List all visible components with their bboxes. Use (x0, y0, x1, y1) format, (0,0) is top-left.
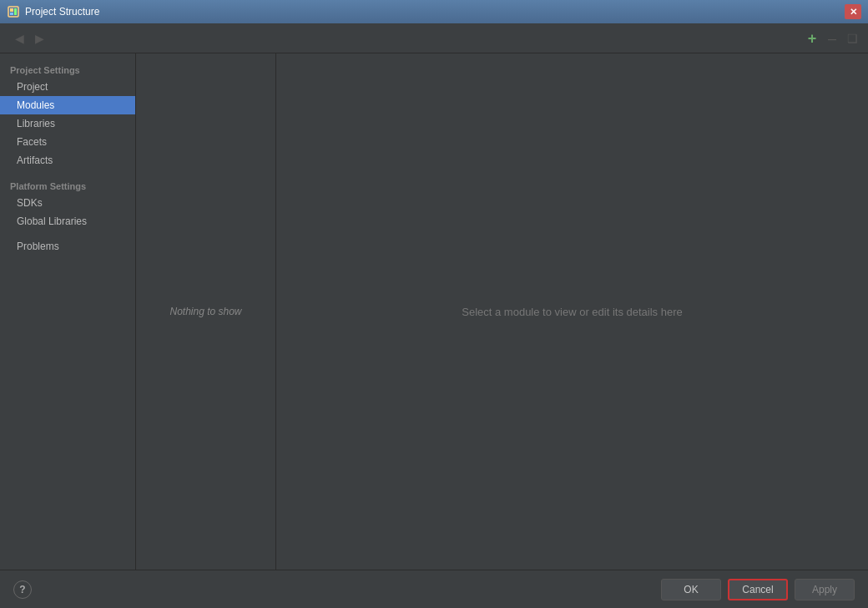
sidebar-item-project[interactable]: Project (0, 78, 135, 96)
sidebar-item-libraries[interactable]: Libraries (0, 114, 135, 133)
sidebar-item-sdks[interactable]: SDKs (0, 194, 135, 212)
svg-rect-1 (10, 8, 13, 12)
apply-button[interactable]: Apply (795, 579, 855, 600)
project-settings-label: Project Settings (0, 60, 135, 78)
sidebar-item-artifacts[interactable]: Artifacts (0, 151, 135, 170)
platform-settings-label: Platform Settings (0, 176, 135, 194)
help-button[interactable]: ? (13, 580, 32, 599)
add-module-button[interactable]: + (803, 29, 821, 48)
ok-button[interactable]: OK (661, 579, 721, 600)
app-icon (7, 5, 20, 18)
copy-module-button[interactable]: ❑ (843, 29, 861, 48)
nav-arrows: ◀ ▶ (7, 29, 48, 48)
sidebar-item-problems[interactable]: Problems (0, 237, 135, 256)
content-area: Project Settings Project Modules Librari… (0, 53, 868, 570)
nothing-to-show-label: Nothing to show (169, 306, 241, 317)
detail-panel: Select a module to view or edit its deta… (276, 53, 868, 570)
svg-rect-3 (14, 8, 17, 15)
bottom-bar: ? OK Cancel Apply (0, 570, 868, 608)
remove-module-button[interactable]: – (823, 29, 841, 48)
sidebar-item-modules[interactable]: Modules (0, 96, 135, 114)
svg-rect-2 (10, 13, 13, 15)
sidebar: Project Settings Project Modules Librari… (0, 53, 136, 570)
top-toolbar: ◀ ▶ + – ❑ (0, 23, 868, 53)
sidebar-separator-2 (0, 231, 135, 237)
detail-hint-text: Select a module to view or edit its deta… (462, 306, 682, 318)
sidebar-item-global-libraries[interactable]: Global Libraries (0, 212, 135, 231)
window-title: Project Structure (25, 6, 840, 18)
cancel-button[interactable]: Cancel (728, 579, 788, 600)
main-container: ◀ ▶ + – ❑ Project Settings Project Modul… (0, 23, 868, 608)
forward-button[interactable]: ▶ (30, 29, 48, 48)
module-list-panel: Nothing to show (136, 53, 276, 570)
sidebar-item-facets[interactable]: Facets (0, 133, 135, 151)
back-button[interactable]: ◀ (10, 29, 28, 48)
sidebar-separator (0, 170, 135, 176)
close-button[interactable]: ✕ (845, 4, 861, 19)
bottom-left: ? (13, 580, 654, 599)
title-bar: Project Structure ✕ (0, 0, 868, 23)
